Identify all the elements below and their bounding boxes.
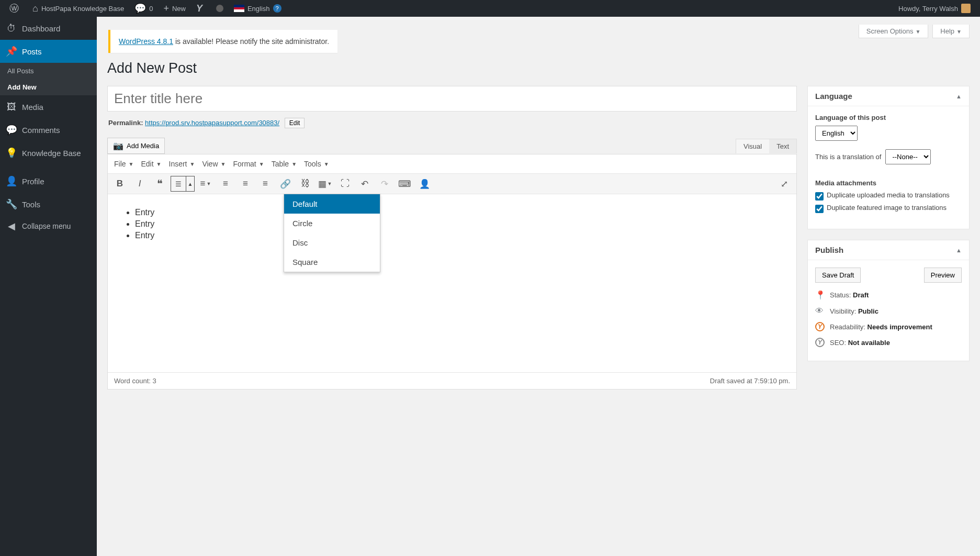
permalink-url[interactable]: https://prod.srv.hostpapasupport.com/308…: [145, 119, 279, 127]
add-media-button[interactable]: 📷Add Media: [107, 138, 165, 154]
metabox-toggle[interactable]: ▲: [956, 247, 962, 253]
help-tab[interactable]: Help▼: [932, 25, 970, 38]
site-menu[interactable]: ⌂HostPapa Knowledge Base: [27, 0, 129, 17]
word-count: 3: [152, 377, 156, 385]
status-dot[interactable]: [211, 0, 229, 17]
sidebar-item-dashboard[interactable]: ⏱Dashboard: [0, 17, 97, 40]
editor: File▼ Edit▼ Insert▼ View▼ Format▼ Table▼…: [107, 154, 797, 390]
home-icon: ⌂: [32, 3, 38, 14]
camera-icon: 📷: [113, 141, 123, 151]
undo-button[interactable]: ↶: [356, 176, 374, 192]
italic-button[interactable]: I: [131, 176, 149, 192]
eye-icon: 👁: [815, 306, 825, 316]
draft-saved-text: Draft saved at 7:59:10 pm.: [710, 377, 790, 385]
wordpress-icon: ⓦ: [9, 2, 19, 15]
lightbulb-icon: 💡: [6, 148, 17, 158]
sidebar-item-media[interactable]: 🖾Media: [0, 95, 97, 118]
collapse-icon: ◀: [6, 221, 17, 231]
pin-icon: 📍: [815, 290, 825, 300]
yoast-seo-icon: Y: [815, 338, 825, 347]
menu-table[interactable]: Table▼: [268, 158, 300, 170]
sidebar-item-tools[interactable]: 🔧Tools: [0, 193, 97, 216]
sidebar-item-posts[interactable]: 📌Posts: [0, 40, 97, 63]
toolbar-toggle-button[interactable]: ⌨: [396, 176, 413, 192]
translation-of-select[interactable]: --None--: [885, 149, 931, 164]
anchor-button[interactable]: 👤: [415, 176, 433, 192]
unlink-button[interactable]: ⛓: [296, 176, 314, 192]
redo-button[interactable]: ↷: [376, 176, 393, 192]
tab-text[interactable]: Text: [769, 139, 796, 153]
dup-featured-checkbox[interactable]: Duplicate featured image to translations: [815, 204, 962, 213]
uk-flag-icon: [234, 5, 244, 12]
bullet-list-dropdown: Default Circle Disc Square: [284, 194, 380, 272]
language-metabox: Language▲ Language of this post English …: [807, 86, 970, 229]
language-switcher[interactable]: English?: [229, 0, 287, 17]
blockquote-button[interactable]: ❝: [151, 176, 168, 192]
align-center-button[interactable]: ≡: [236, 176, 254, 192]
bullet-option-circle[interactable]: Circle: [284, 214, 380, 233]
menu-insert[interactable]: Insert▼: [166, 158, 198, 170]
new-menu[interactable]: +New: [158, 0, 191, 17]
update-link[interactable]: WordPress 4.8.1: [119, 37, 173, 46]
sidebar-item-profile[interactable]: 👤Profile: [0, 170, 97, 193]
sidebar-subitem-add-new[interactable]: Add New: [0, 79, 97, 95]
numbered-list-button[interactable]: ≡▼: [197, 176, 215, 192]
media-icon: 🖾: [6, 102, 17, 112]
metabox-toggle[interactable]: ▲: [956, 93, 962, 99]
menu-view[interactable]: View▼: [199, 158, 229, 170]
chevron-down-icon: ▼: [956, 29, 962, 35]
tab-visual[interactable]: Visual: [736, 139, 769, 153]
pushpin-icon: 📌: [6, 46, 17, 57]
admin-sidebar: ⏱Dashboard 📌Posts All Posts Add New 🖾Med…: [0, 17, 97, 400]
sidebar-item-knowledge-base[interactable]: 💡Knowledge Base: [0, 141, 97, 164]
wp-logo[interactable]: ⓦ: [4, 0, 27, 17]
chevron-down-icon: ▼: [915, 29, 920, 35]
align-right-button[interactable]: ≡: [256, 176, 274, 192]
sidebar-collapse[interactable]: ◀Collapse menu: [0, 216, 97, 237]
bullet-list-button[interactable]: ☰ ▲: [171, 176, 195, 192]
yoast-icon: Y: [196, 3, 202, 14]
list-item: Entry: [135, 208, 784, 217]
menu-format[interactable]: Format▼: [230, 158, 267, 170]
screen-options-tab[interactable]: Screen Options▼: [859, 25, 929, 38]
wrench-icon: 🔧: [6, 199, 17, 209]
plus-icon: +: [163, 3, 169, 14]
admin-bar: ⓦ ⌂HostPapa Knowledge Base 💬0 +New Y Eng…: [0, 0, 980, 17]
sidebar-subitem-all-posts[interactable]: All Posts: [0, 63, 97, 79]
comment-icon: 💬: [6, 125, 17, 135]
list-item: Entry: [135, 231, 784, 240]
post-title-input[interactable]: [107, 86, 797, 112]
bold-button[interactable]: B: [111, 176, 129, 192]
table-button[interactable]: ▦▼: [316, 176, 334, 192]
site-name: HostPapa Knowledge Base: [41, 5, 124, 13]
sidebar-item-comments[interactable]: 💬Comments: [0, 118, 97, 141]
language-select[interactable]: English: [815, 126, 858, 141]
bullet-option-default[interactable]: Default: [284, 194, 380, 214]
bullet-option-square[interactable]: Square: [284, 252, 380, 272]
link-button[interactable]: 🔗: [276, 176, 294, 192]
sidebar-posts-submenu: All Posts Add New: [0, 63, 97, 95]
dup-media-checkbox[interactable]: Duplicate uploaded media to translations: [815, 191, 962, 201]
distraction-free-button[interactable]: ⤢: [775, 176, 793, 192]
permalink-row: Permalink: https://prod.srv.hostpapasupp…: [108, 118, 796, 128]
bullet-list-icon: ☰: [171, 176, 186, 191]
update-nag: WordPress 4.8.1 is available! Please not…: [108, 30, 337, 53]
editor-toolbar: B I ❝ ☰ ▲ ≡▼ ≡ ≡ ≡ 🔗 ⛓ ▦▼: [108, 174, 796, 194]
align-left-button[interactable]: ≡: [217, 176, 234, 192]
list-item: Entry: [135, 219, 784, 229]
comments-menu[interactable]: 💬0: [129, 0, 158, 17]
yoast-menu[interactable]: Y: [191, 0, 211, 17]
howdy[interactable]: Howdy, Terry Walsh: [893, 0, 976, 17]
editor-statusbar: Word count: 3 Draft saved at 7:59:10 pm.: [108, 372, 796, 389]
preview-button[interactable]: Preview: [924, 268, 962, 283]
menu-file[interactable]: File▼: [111, 158, 137, 170]
fullscreen-button[interactable]: ⛶: [336, 176, 354, 192]
permalink-edit-button[interactable]: Edit: [285, 118, 305, 128]
bullet-option-disc[interactable]: Disc: [284, 233, 380, 252]
grey-dot-icon: [216, 5, 223, 12]
editor-content[interactable]: Entry Entry Entry: [108, 194, 796, 372]
dashboard-icon: ⏱: [6, 23, 17, 34]
menu-tools[interactable]: Tools▼: [301, 158, 332, 170]
menu-edit[interactable]: Edit▼: [138, 158, 164, 170]
save-draft-button[interactable]: Save Draft: [815, 268, 861, 283]
